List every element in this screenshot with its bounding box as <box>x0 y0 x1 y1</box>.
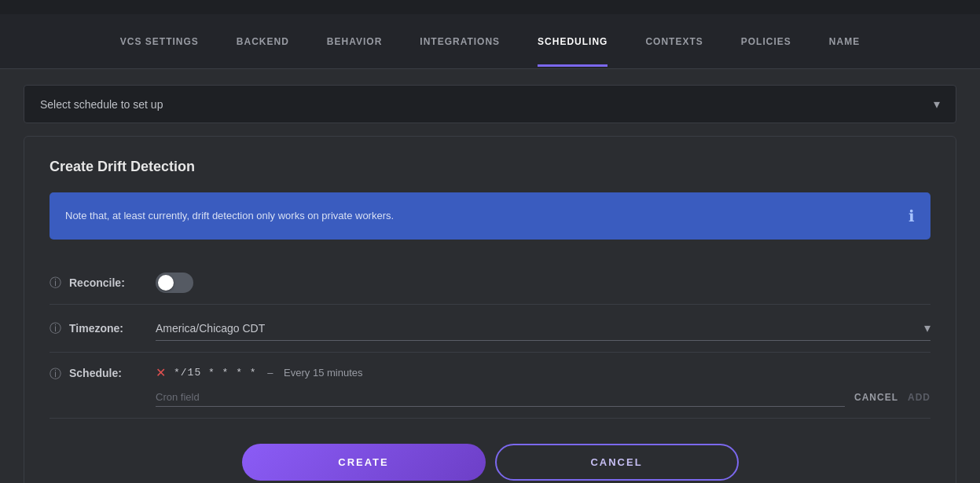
timezone-label: Timezone: <box>69 322 156 335</box>
timezone-select[interactable]: America/Chicago CDT ▾ <box>156 316 930 341</box>
reconcile-info-icon[interactable]: ⓘ <box>50 276 61 291</box>
timezone-field: America/Chicago CDT ▾ <box>156 316 930 341</box>
schedule-select-dropdown[interactable]: Select schedule to set up ▾ <box>24 85 956 123</box>
tab-contexts[interactable]: CONTEXTS <box>645 30 703 53</box>
tab-name[interactable]: NAME <box>829 30 860 53</box>
timezone-value: America/Chicago CDT <box>156 322 265 335</box>
nav-tabs: VCS SETTINGS BACKEND BEHAVIOR INTEGRATIO… <box>0 14 980 69</box>
cron-description: Every 15 minutes <box>284 367 362 379</box>
schedule-select-label: Select schedule to set up <box>40 98 163 111</box>
chevron-down-icon: ▾ <box>934 97 940 112</box>
cron-separator: – <box>265 367 276 379</box>
tab-backend[interactable]: BACKEND <box>237 30 289 53</box>
schedule-label: Schedule: <box>69 367 156 379</box>
timezone-info-icon[interactable]: ⓘ <box>50 321 61 336</box>
cron-input[interactable] <box>156 388 845 407</box>
reconcile-label: Reconcile: <box>69 276 156 289</box>
create-button[interactable]: CREATE <box>242 444 486 481</box>
bottom-buttons: CREATE CANCEL <box>50 444 930 481</box>
reconcile-row: ⓘ Reconcile: <box>50 262 930 305</box>
tab-vcs-settings[interactable]: VCS SETTINGS <box>120 30 199 53</box>
cron-value: */15 * * * * <box>174 367 257 379</box>
reconcile-field <box>156 273 930 293</box>
cron-add-link[interactable]: ADD <box>908 392 930 403</box>
remove-cron-icon[interactable]: ✕ <box>156 365 166 380</box>
card-title: Create Drift Detection <box>50 159 930 175</box>
tab-scheduling[interactable]: SCHEDULING <box>538 30 607 53</box>
info-banner-text: Note that, at least currently, drift det… <box>65 208 394 224</box>
info-banner: Note that, at least currently, drift det… <box>50 192 930 240</box>
schedule-info-icon[interactable]: ⓘ <box>50 367 61 382</box>
info-icon: ℹ <box>908 207 915 225</box>
cron-cancel-link[interactable]: CANCEL <box>854 392 898 403</box>
timezone-row: ⓘ Timezone: America/Chicago CDT ▾ <box>50 305 930 353</box>
schedule-field: ✕ */15 * * * * – Every 15 minutes CANCEL… <box>156 365 930 407</box>
cancel-button[interactable]: CANCEL <box>495 444 739 481</box>
timezone-chevron-icon: ▾ <box>924 320 930 335</box>
top-bar <box>0 0 980 14</box>
reconcile-toggle[interactable] <box>156 273 193 293</box>
cron-input-row: CANCEL ADD <box>156 388 930 407</box>
main-content: Select schedule to set up ▾ Create Drift… <box>0 69 980 483</box>
schedule-row: ⓘ Schedule: ✕ */15 * * * * – Every 15 mi… <box>50 353 930 419</box>
drift-detection-card: Create Drift Detection Note that, at lea… <box>24 136 956 483</box>
cron-display: ✕ */15 * * * * – Every 15 minutes <box>156 365 930 380</box>
tab-integrations[interactable]: INTEGRATIONS <box>420 30 500 53</box>
tab-policies[interactable]: POLICIES <box>741 30 791 53</box>
toggle-knob <box>158 275 174 291</box>
tab-behavior[interactable]: BEHAVIOR <box>327 30 382 53</box>
